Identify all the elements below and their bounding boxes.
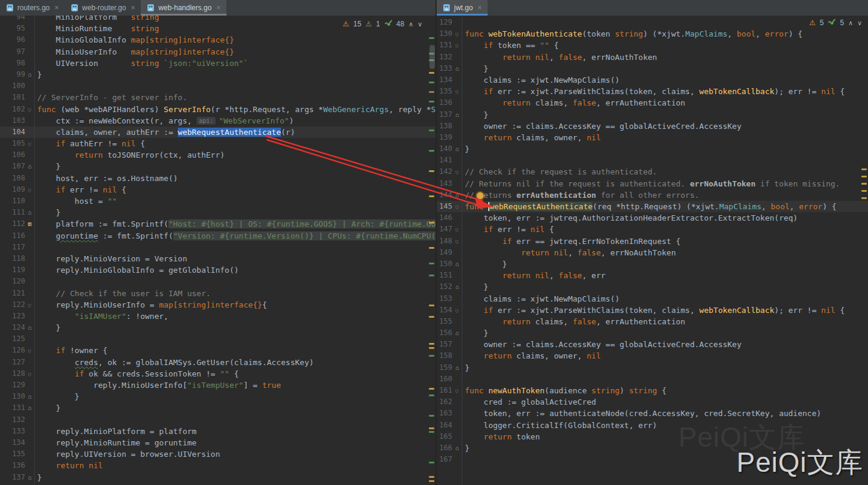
line-number[interactable]: 149 (437, 247, 452, 258)
code-line-135[interactable]: 135⌂ if err := xjwt.ParseWithClaims(toke… (437, 86, 868, 97)
code-text[interactable]: if err != nil { (462, 224, 554, 235)
stripe-mark[interactable] (429, 72, 434, 74)
code-line-160[interactable]: 160 (437, 373, 868, 385)
code-text[interactable]: reply.MinioPlatform = platform (34, 426, 196, 437)
code-line-102[interactable]: 102⌂func (web *webAPIHandlers) ServerInf… (0, 104, 435, 115)
line-number[interactable]: 102 (0, 104, 25, 115)
code-text[interactable]: claims := xjwt.NewMapClaims() (462, 74, 619, 86)
line-number[interactable]: 164 (437, 420, 452, 431)
stripe-mark[interactable] (429, 247, 434, 249)
line-number[interactable]: 151 (437, 270, 452, 281)
code-line-107[interactable]: 107⌂ } (0, 161, 435, 172)
line-number[interactable]: 167 (437, 454, 452, 465)
line-number[interactable]: 155 (437, 316, 452, 327)
code-line-146[interactable]: 146 token, err := jwtreq.AuthorizationHe… (437, 212, 868, 224)
prev-highlight-button[interactable]: ∧ (848, 19, 853, 27)
code-text[interactable]: host, err := os.Hostname() (34, 173, 178, 184)
fold-close-icon[interactable]: ⌂ (452, 281, 462, 293)
code-text[interactable]: owner := claims.AccessKey == globalActiv… (462, 121, 742, 132)
line-number[interactable]: 134 (0, 437, 25, 448)
code-line-134[interactable]: 134 claims := xjwt.NewMapClaims() (437, 74, 868, 86)
code-line-130[interactable]: 130⌂ } (0, 391, 435, 402)
code-line-141[interactable]: 141 (437, 155, 868, 166)
code-line-108[interactable]: 108 host, err := os.Hostname() (0, 173, 435, 184)
line-number[interactable]: 159 (437, 362, 452, 373)
code-line-130[interactable]: 130⌂func webTokenAuthenticate(token stri… (437, 28, 868, 40)
editor-pane-web-handlers[interactable]: 94 MinioPlatform string95 MinioRuntime s… (0, 16, 435, 485)
code-text[interactable]: return claims, false, errAuthentication (462, 97, 685, 109)
line-number[interactable]: 122 (0, 299, 25, 311)
code-text[interactable]: // Check if the request is authenticated… (462, 166, 657, 177)
stripe-mark[interactable] (429, 195, 434, 197)
code-text[interactable]: reply.MinioGlobalInfo = getGlobalInfo() (34, 264, 239, 276)
code-line-156[interactable]: 156⌂ } (437, 327, 868, 339)
code-line-117[interactable]: 117 (0, 242, 435, 253)
code-text[interactable]: if token == "" { (462, 40, 559, 51)
line-number[interactable]: 125 (0, 333, 25, 345)
code-text[interactable]: } (34, 69, 42, 80)
stripe-mark[interactable] (429, 343, 434, 345)
code-line-97[interactable]: 97 MinioUserInfo map[string]interface{} (0, 46, 435, 58)
code-line-138[interactable]: 138 owner := claims.AccessKey == globalA… (437, 121, 868, 132)
code-text[interactable]: } (462, 281, 488, 293)
code-text[interactable]: func webRequestAuthenticate(req *http.Re… (462, 201, 836, 212)
code-line-162[interactable]: 162 cred := globalActiveCred (437, 396, 868, 408)
line-number[interactable]: 130 (0, 391, 25, 402)
line-number[interactable]: 116 (0, 230, 25, 242)
line-number[interactable]: 132 (437, 52, 452, 63)
code-line-121[interactable]: 121 // Check if the user is IAM user. (0, 288, 435, 299)
line-number[interactable]: 157 (437, 339, 452, 350)
code-text[interactable]: return claims, owner, nil (462, 132, 601, 143)
line-number[interactable]: 153 (437, 293, 452, 305)
fold-close-icon[interactable]: ⌂ (25, 207, 34, 218)
fold-close-icon[interactable]: ⌂ (25, 69, 34, 80)
code-text[interactable]: } (462, 258, 507, 270)
stripe-mark[interactable] (429, 263, 434, 264)
line-number[interactable]: 133 (0, 426, 25, 437)
stripe-mark[interactable] (429, 462, 434, 463)
code-text[interactable]: // ServerInfo - get server info. (34, 92, 187, 103)
line-number[interactable]: 161 (437, 385, 452, 396)
fold-close-icon[interactable]: ⌂ (452, 63, 462, 74)
tab-web-router.go[interactable]: web-router.go× (65, 0, 141, 16)
line-number[interactable]: 162 (437, 396, 452, 408)
tab-close-icon[interactable]: × (131, 4, 135, 12)
code-line-151[interactable]: 151 return nil, false, err (437, 270, 868, 281)
line-number[interactable]: 121 (0, 288, 25, 299)
code-line-123[interactable]: 123 "isIAMUser": !owner, (0, 311, 435, 322)
code-text[interactable]: func webTokenAuthenticate(token string) … (462, 28, 803, 40)
code-line-105[interactable]: 105⌂ if authErr != nil { (0, 138, 435, 149)
code-line-99[interactable]: 99⌂} (0, 69, 435, 80)
code-text[interactable]: reply.MinioUserInfo["isTempUser"] = true (34, 379, 281, 391)
code-line-124[interactable]: 124⌂ } (0, 322, 435, 333)
code-text[interactable]: claims, owner, authErr := webRequestAuth… (34, 126, 295, 138)
code-text[interactable]: ctx := newWebContext(r, args, api:"WebSe… (34, 115, 294, 126)
line-number[interactable]: 143 (437, 178, 452, 189)
line-number[interactable]: 142 (437, 166, 452, 177)
line-number[interactable]: 130 (437, 28, 452, 40)
code-text[interactable]: } (462, 63, 488, 74)
code-line-144[interactable]: 144⌂// Returns errAuthentication for all… (437, 189, 868, 201)
line-number[interactable]: 132 (0, 414, 25, 426)
code-text[interactable]: } (34, 161, 61, 172)
code-line-126[interactable]: 126⌂ if !owner { (0, 345, 435, 356)
code-line-135[interactable]: 135 reply.UIVersion = browser.UIVersion (0, 448, 435, 460)
code-line-125[interactable]: 125 (0, 333, 435, 345)
line-number[interactable]: 124 (0, 322, 25, 333)
code-text[interactable]: logger.CriticalIf(GlobalContext, err) (462, 420, 657, 431)
line-number[interactable]: 95 (0, 23, 25, 34)
code-line-109[interactable]: 109⌂ if err != nil { (0, 184, 435, 195)
fold-close-icon[interactable]: ⌂ (452, 143, 462, 155)
code-line-120[interactable]: 120 (0, 276, 435, 287)
code-line-136[interactable]: 136 return nil (0, 460, 435, 471)
code-text[interactable]: if ok && creds.SessionToken != "" { (34, 368, 239, 379)
code-text[interactable]: if authErr != nil { (34, 138, 145, 149)
code-line-110[interactable]: 110 host = "" (0, 195, 435, 207)
code-text[interactable]: // Returns errAuthentication for all oth… (462, 189, 699, 201)
line-number[interactable]: 140 (437, 143, 452, 155)
code-line-129[interactable]: 129 (437, 17, 868, 28)
line-number[interactable]: 112 (0, 218, 25, 230)
fold-close-icon[interactable]: ⌂ (25, 391, 34, 402)
stripe-mark[interactable] (861, 176, 867, 177)
code-text[interactable]: } (34, 391, 79, 402)
